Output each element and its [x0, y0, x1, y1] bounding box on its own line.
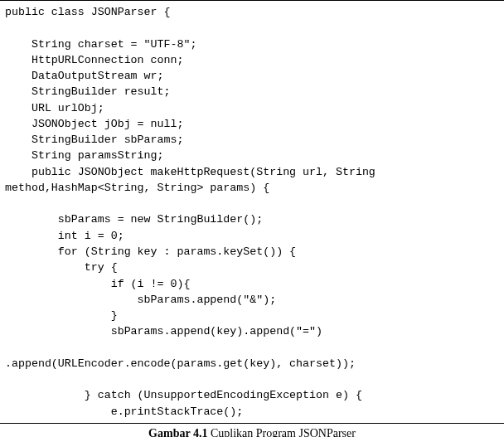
figure-caption: Gambar 4.1 Cuplikan Program JSONParser — [0, 424, 504, 437]
figure-caption-label: Gambar 4.1 — [148, 427, 207, 437]
figure-caption-text: Cuplikan Program JSONParser — [207, 427, 356, 437]
code-snippet-box: public class JSONParser { String charset… — [0, 0, 504, 424]
